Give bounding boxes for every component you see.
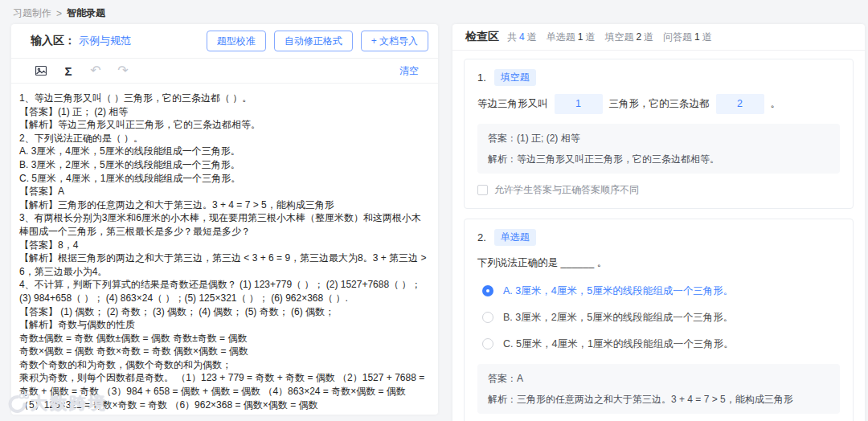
answer-box: 答案：(1) 正; (2) 相等 解析：等边三角形又叫正三角形，它的三条边都相等… bbox=[477, 124, 840, 174]
input-panel-header: 输入区： 示例与规范 题型校准 自动修正格式 + 文档导入 bbox=[11, 24, 438, 59]
input-panel-title: 输入区： bbox=[31, 34, 76, 48]
editor-line: 【答案】 (1) 偶数； (2) 奇数； (3) 偶数； (4) 偶数； (5)… bbox=[19, 305, 430, 319]
breadcrumb-separator: > bbox=[56, 8, 62, 19]
answer-value: A bbox=[517, 373, 523, 384]
check-panel: 检查区 共4道 单选题1道 填空题2道 问答题1道 1. 填空题 bbox=[452, 24, 865, 421]
answer-label: 答案： bbox=[488, 133, 517, 144]
question-list[interactable]: 1. 填空题 等边三角形又叫1三角形，它的三条边都2。 答案：(1) 正; (2… bbox=[452, 51, 865, 421]
option-a[interactable]: A. 3厘米，4厘米，5厘米的线段能组成一个三角形。 bbox=[477, 284, 840, 298]
question-stem: 等边三角形又叫1三角形，它的三条边都2。 bbox=[477, 94, 840, 114]
editor-line: 2、下列说法正确的是（ ）。 bbox=[19, 132, 430, 145]
blank-input-1[interactable]: 1 bbox=[555, 94, 603, 114]
editor-line: 奇数×偶数 = 偶数 奇数×奇数 = 奇数 偶数×偶数 = 偶数 bbox=[19, 345, 430, 358]
question-card-2: 2. 单选题 下列说法正确的是 ______ 。 A. 3厘米，4厘米，5厘米的… bbox=[464, 219, 854, 421]
question-type-badge: 单选题 bbox=[494, 229, 536, 246]
breadcrumb-parent[interactable]: 习题制作 bbox=[13, 6, 51, 20]
question-type-badge: 填空题 bbox=[494, 69, 536, 86]
question-number: 2. bbox=[477, 231, 486, 243]
question-number: 1. bbox=[477, 72, 486, 84]
editor-line: B. 3厘米，2厘米，5厘米的线段能组成一个三角形。 bbox=[19, 158, 430, 172]
main-content: 输入区： 示例与规范 题型校准 自动修正格式 + 文档导入 Σ ↶ ↷ 清空 bbox=[11, 24, 865, 421]
stat-fill-blank: 填空题2道 bbox=[604, 31, 653, 44]
radio-icon[interactable] bbox=[482, 338, 493, 349]
question-source-editor[interactable]: 1、等边三角形又叫（ ）三角形，它的三条边都（ ）。 【答案】(1) 正； (2… bbox=[11, 84, 438, 415]
check-panel-header: 检查区 共4道 单选题1道 填空题2道 问答题1道 bbox=[452, 24, 865, 51]
blank-input-2[interactable]: 2 bbox=[716, 94, 764, 114]
editor-line: 【解析】等边三角形又叫正三角形，它的三条边都相等。 bbox=[19, 118, 430, 132]
editor-line: 【解析】三角形的任意两边之和大于第三边。3 + 4 = 7 > 5，能构成三角形 bbox=[19, 198, 430, 212]
redo-icon[interactable]: ↷ bbox=[116, 63, 130, 78]
analysis-value: 等边三角形又叫正三角形，它的三条边都相等。 bbox=[517, 153, 719, 165]
undo-icon[interactable]: ↶ bbox=[88, 63, 103, 78]
checkbox-label: 允许学生答案与正确答案顺序不同 bbox=[494, 183, 639, 197]
question-card-1: 1. 填空题 等边三角形又叫1三角形，它的三条边都2。 答案：(1) 正; (2… bbox=[464, 59, 854, 209]
radio-selected-icon[interactable] bbox=[482, 285, 493, 296]
stat-single-choice: 单选题1道 bbox=[547, 31, 596, 44]
answer-label: 答案： bbox=[488, 373, 517, 384]
answer-box: 答案：A 解析：三角形的任意两边之和大于第三边。3 + 4 = 7 > 5，能构… bbox=[477, 364, 840, 414]
input-panel: 输入区： 示例与规范 题型校准 自动修正格式 + 文档导入 Σ ↶ ↷ 清空 bbox=[11, 24, 438, 415]
editor-line: 【答案】(1) 正； (2) 相等 bbox=[19, 105, 430, 119]
breadcrumb-current: 智能录题 bbox=[67, 6, 105, 20]
option-b[interactable]: B. 3厘米，2厘米，5厘米的线段能组成一个三角形。 bbox=[477, 310, 840, 325]
check-panel-title: 检查区 bbox=[465, 30, 499, 44]
editor-line: 【答案】A bbox=[19, 185, 430, 198]
import-document-button[interactable]: + 文档导入 bbox=[361, 31, 428, 51]
editor-line: 奇数个奇数的和为奇数，偶数个奇数的和为偶数； bbox=[19, 358, 430, 372]
checkbox-icon[interactable] bbox=[477, 185, 488, 195]
stat-qa: 问答题1道 bbox=[663, 31, 712, 44]
editor-line: 奇数±偶数 = 奇数 偶数±偶数 = 偶数 奇数±奇数 = 偶数 bbox=[19, 332, 430, 345]
analysis-label: 解析： bbox=[488, 394, 517, 405]
editor-line: A. 3厘米，4厘米，5厘米的线段能组成一个三角形。 bbox=[19, 145, 430, 158]
editor-line: 4、不计算，判断下列算式的结果是奇数还是偶数？ (1) 123+779（ ）； … bbox=[19, 278, 430, 305]
editor-line: 乘积为奇数，则每个因数都是奇数。 （1）123 + 779 = 奇数 + 奇数 … bbox=[19, 371, 430, 411]
answer-value: (1) 正; (2) 相等 bbox=[517, 133, 580, 144]
examples-and-rules-link[interactable]: 示例与规范 bbox=[79, 34, 131, 48]
editor-line: 3、有两根长分别为3厘米和6厘米的小木棒，现在要用第三根小木棒（整厘米数）和这两… bbox=[19, 211, 430, 238]
editor-line: 【解析】根据三角形的两边之和大于第三边，第三边 < 3 + 6 = 9，第三边最… bbox=[19, 251, 430, 278]
question-stem: 下列说法正确的是 ______ 。 bbox=[477, 254, 840, 272]
question-type-calibrate-button[interactable]: 题型校准 bbox=[207, 31, 266, 51]
editor-line: 【答案】8，4 bbox=[19, 239, 430, 252]
formula-sigma-icon[interactable]: Σ bbox=[61, 63, 76, 78]
breadcrumb: 习题制作 > 智能录题 bbox=[13, 6, 105, 20]
editor-line: 1、等边三角形又叫（ ）三角形，它的三条边都（ ）。 bbox=[19, 92, 430, 105]
radio-icon[interactable] bbox=[482, 312, 493, 323]
allow-any-order-checkbox[interactable]: 允许学生答案与正确答案顺序不同 bbox=[477, 183, 840, 197]
editor-line: C. 5厘米，4厘米，1厘米的线段能组成一个三角形。 bbox=[19, 172, 430, 186]
auto-fix-format-button[interactable]: 自动修正格式 bbox=[274, 31, 353, 51]
image-icon[interactable] bbox=[34, 63, 48, 78]
editor-toolbar: Σ ↶ ↷ 清空 bbox=[11, 59, 438, 84]
stat-total: 共4道 bbox=[507, 31, 537, 44]
analysis-label: 解析： bbox=[488, 153, 517, 165]
editor-line: 【解析】奇数与偶数的性质 bbox=[19, 318, 430, 332]
clear-button[interactable]: 清空 bbox=[399, 64, 419, 78]
analysis-value: 三角形的任意两边之和大于第三边。3 + 4 = 7 > 5，能构成三角形 bbox=[517, 394, 793, 405]
option-c[interactable]: C. 5厘米，4厘米，1厘米的线段能组成一个三角形。 bbox=[477, 337, 840, 351]
